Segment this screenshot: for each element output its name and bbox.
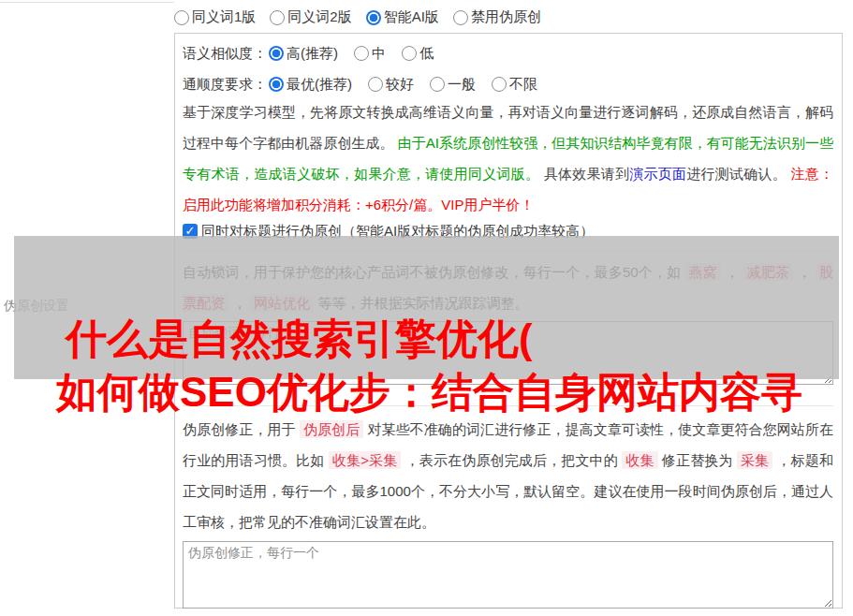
desc-effect-tail: 进行测试确认。 [686,166,790,182]
radio-label: 禁用伪原创 [471,8,541,26]
radio-option-synonym-v1[interactable]: 同义词1版 [174,8,256,26]
section-label-pseudo-original-settings: 伪原创设置 [4,298,69,315]
radio-icon[interactable] [492,77,507,92]
lock-text: ， [228,295,250,311]
fluency-label: 通顺度要求： [183,76,267,94]
radio-option-synonym-v2[interactable]: 同义词2版 [270,8,351,26]
lock-words-textarea[interactable] [183,321,833,385]
checkbox-checked-icon[interactable] [183,224,198,239]
radio-icon[interactable] [270,10,285,25]
radio-similarity-medium[interactable]: 中 [354,45,386,63]
correction-textarea[interactable] [183,541,833,609]
radio-selected-icon[interactable] [366,10,381,25]
radio-label: 较好 [386,76,414,94]
radio-similarity-low[interactable]: 低 [402,45,434,63]
similarity-label: 语义相似度： [183,45,267,63]
divider [183,250,833,251]
radio-icon[interactable] [354,46,369,61]
radio-fluency-better[interactable]: 较好 [368,76,414,94]
radio-label: 同义词1版 [192,8,256,26]
keyword-chip: 网站优化 [250,294,314,312]
version-radio-group: 同义词1版 同义词2版 智能AI版 禁用伪原创 [174,8,541,26]
fluency-row: 通顺度要求： 最优(推荐) 较好 一般 不限 [183,74,833,95]
keyword-chip: 收集>采集 [329,451,402,469]
correction-description: 伪原创修正，用于 伪原创后 对某些不准确的词汇进行修正，提高文章可读性，使文章更… [183,414,833,537]
radio-label: 低 [419,45,434,63]
radio-label: 智能AI版 [384,8,439,26]
lock-text: ， [793,264,816,280]
keyword-chip: 采集 [737,451,772,469]
radio-selected-icon[interactable] [269,46,284,61]
pseudo-original-settings-page: 同义词1版 同义词2版 智能AI版 禁用伪原创 语义相似度： 高(推荐) 中 [0,0,853,616]
radio-fluency-normal[interactable]: 一般 [430,76,476,94]
top-divider [0,2,174,3]
corr-text: 修正替换为 [658,452,737,468]
ai-description: 基于深度学习模型，先将原文转换成高维语义向量，再对语义向量进行逐词解码，还原成自… [183,96,833,220]
radio-label: 高(推荐) [287,45,338,63]
keyword-chip: 伪原创后 [300,420,363,438]
radio-label: 同义词2版 [287,8,351,26]
lock-text: 等等，并根据实际情况跟踪调整。 [314,295,528,311]
lock-text: 自动锁词，用于保护您的核心产品词不被伪原创修改，每行一个，最多50个，如 [183,264,685,280]
radio-icon[interactable] [402,46,417,61]
corr-text: ，表示在伪原创完成后，把文中的 [401,452,622,468]
radio-similarity-high[interactable]: 高(推荐) [269,45,338,63]
similarity-row: 语义相似度： 高(推荐) 中 低 [183,43,833,64]
title-pseudo-checkbox-row[interactable]: 同时对标题进行伪原创（智能AI版对标题的伪原创成功率较高） [183,221,833,242]
radio-label: 中 [372,45,386,63]
demo-page-link[interactable]: 演示页面 [629,166,686,182]
ai-settings-panel: 语义相似度： 高(推荐) 中 低 通顺度要求： 最优(推荐) 较好 [174,33,843,609]
divider [183,405,833,406]
keyword-chip: 收集 [622,451,657,469]
radio-label: 最优(推荐) [287,76,352,94]
radio-icon[interactable] [453,10,468,25]
radio-label: 不限 [509,76,537,94]
corr-text: 伪原创修正，用于 [183,421,300,437]
radio-label: 一般 [448,76,476,94]
keyword-chip: 燕窝 [685,263,721,281]
radio-option-ai[interactable]: 智能AI版 [366,8,439,26]
radio-fluency-best[interactable]: 最优(推荐) [269,76,352,94]
lock-text: ， [721,264,743,280]
radio-option-disable[interactable]: 禁用伪原创 [453,8,541,26]
radio-selected-icon[interactable] [269,77,284,92]
radio-icon[interactable] [174,10,189,25]
checkbox-label: 同时对标题进行伪原创（智能AI版对标题的伪原创成功率较高） [201,223,594,241]
radio-icon[interactable] [368,77,383,92]
radio-icon[interactable] [430,77,445,92]
radio-fluency-any[interactable]: 不限 [492,76,537,94]
lock-words-description: 自动锁词，用于保护您的核心产品词不被伪原创修改，每行一个，最多50个，如 燕窝 … [183,257,833,318]
keyword-chip: 减肥茶 [743,263,793,281]
desc-effect: 具体效果请到 [544,166,630,182]
